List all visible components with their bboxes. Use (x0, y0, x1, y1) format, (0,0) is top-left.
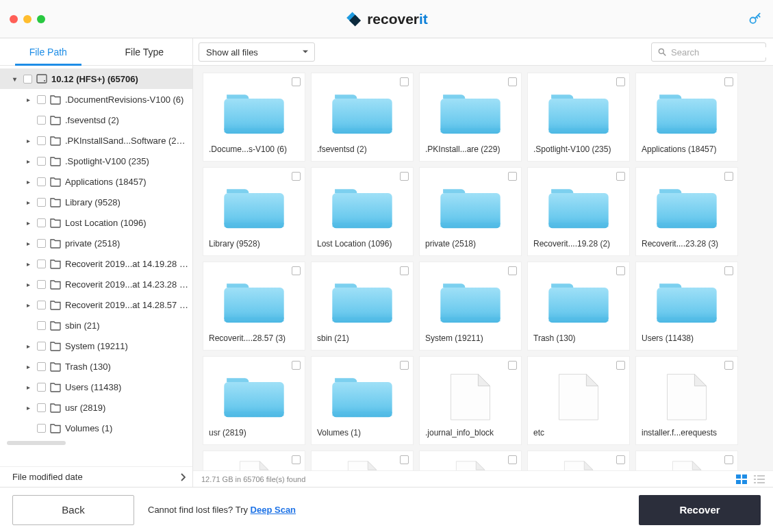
tree-item[interactable]: ▸Users (11438) (0, 377, 192, 397)
tree-checkbox[interactable] (37, 198, 46, 207)
recover-button[interactable]: Recover (639, 495, 761, 525)
folder-card[interactable]: .PKInstall...are (229) (419, 73, 522, 162)
tree-item[interactable]: ▸.DocumentRevisions-V100 (6) (0, 89, 192, 110)
chevron-right-icon[interactable]: ▸ (23, 199, 33, 206)
card-checkbox[interactable] (508, 266, 517, 275)
tree-item[interactable]: ▸Recoverit 2019...at 14.23.28 (3) (0, 274, 192, 294)
zoom-window-button[interactable] (37, 15, 45, 23)
tree-item[interactable]: ▸Recoverit 2019...at 14.19.28 (2) (0, 253, 192, 274)
tree-checkbox[interactable] (37, 280, 46, 289)
card-checkbox[interactable] (508, 361, 517, 370)
license-key-icon[interactable] (748, 12, 762, 26)
chevron-right-icon[interactable]: ▸ (23, 383, 33, 391)
tree-checkbox[interactable] (37, 157, 46, 166)
tab-file-path[interactable]: File Path (0, 38, 97, 65)
chevron-right-icon[interactable]: ▸ (23, 219, 33, 227)
card-checkbox[interactable] (508, 172, 517, 181)
tree-checkbox[interactable] (37, 136, 46, 145)
tree-item[interactable]: ▸sbin (21) (0, 315, 192, 335)
card-checkbox[interactable] (616, 361, 625, 370)
tree-item[interactable]: ▸.Spotlight-V100 (235) (0, 151, 192, 171)
folder-card[interactable]: System (19211) (419, 262, 522, 351)
tree-item[interactable]: ▸System (19211) (0, 335, 192, 356)
card-checkbox[interactable] (292, 77, 301, 86)
tree-checkbox[interactable] (37, 218, 46, 227)
tree-checkbox[interactable] (37, 424, 46, 433)
tree-item[interactable]: ▸Lost Location (1096) (0, 212, 192, 233)
chevron-right-icon[interactable]: ▸ (23, 363, 33, 370)
chevron-right-icon[interactable]: ▸ (23, 404, 33, 411)
folder-card[interactable]: Lost Location (1096) (311, 167, 414, 256)
minimize-window-button[interactable] (23, 15, 31, 23)
card-checkbox[interactable] (724, 455, 733, 464)
card-checkbox[interactable] (724, 77, 733, 86)
chevron-right-icon[interactable]: ▸ (23, 96, 33, 103)
file-card[interactable]: etc (527, 356, 630, 445)
folder-card[interactable]: Trash (130) (527, 262, 630, 351)
file-tree[interactable]: ▾ 10.12 (HFS+) (65706) ▸.DocumentRevisio… (0, 66, 192, 466)
file-card[interactable] (635, 451, 738, 470)
chevron-right-icon[interactable]: ▸ (23, 137, 33, 144)
back-button[interactable]: Back (12, 495, 134, 525)
chevron-right-icon[interactable]: ▸ (23, 281, 33, 288)
tree-item[interactable]: ▸Applications (18457) (0, 171, 192, 192)
folder-card[interactable]: Recoverit....28.57 (3) (203, 262, 305, 351)
list-view-icon[interactable] (754, 474, 765, 484)
file-card[interactable] (527, 451, 630, 470)
chevron-right-icon[interactable]: ▸ (23, 260, 33, 268)
tree-checkbox[interactable] (23, 75, 32, 84)
tree-root[interactable]: ▾ 10.12 (HFS+) (65706) (0, 68, 192, 89)
horizontal-scrollbar[interactable] (7, 441, 66, 445)
tree-checkbox[interactable] (37, 95, 46, 104)
tree-checkbox[interactable] (37, 259, 46, 268)
file-card[interactable] (203, 451, 305, 470)
tree-item[interactable]: ▸Trash (130) (0, 356, 192, 377)
card-checkbox[interactable] (508, 77, 517, 86)
tree-checkbox[interactable] (37, 362, 46, 371)
card-checkbox[interactable] (400, 172, 409, 181)
tree-checkbox[interactable] (37, 383, 46, 392)
file-card[interactable]: .journal_info_block (419, 356, 522, 445)
folder-card[interactable]: Applications (18457) (635, 73, 738, 162)
tree-item[interactable]: ▸Library (9528) (0, 192, 192, 212)
folder-card[interactable]: Users (11438) (635, 262, 738, 351)
card-checkbox[interactable] (616, 266, 625, 275)
tab-file-type[interactable]: File Type (97, 38, 193, 65)
chevron-right-icon[interactable]: ▸ (23, 157, 33, 165)
file-grid[interactable]: .Docume...s-V100 (6).fseventsd (2).PKIns… (193, 66, 773, 470)
folder-card[interactable]: .Docume...s-V100 (6) (203, 73, 305, 162)
card-checkbox[interactable] (292, 266, 301, 275)
tree-checkbox[interactable] (37, 116, 46, 125)
tree-item[interactable]: ▸usr (2819) (0, 397, 192, 418)
card-checkbox[interactable] (616, 77, 625, 86)
tree-checkbox[interactable] (37, 342, 46, 351)
card-checkbox[interactable] (616, 455, 625, 464)
tree-item[interactable]: ▸.fseventsd (2) (0, 110, 192, 130)
folder-card[interactable]: usr (2819) (203, 356, 305, 445)
grid-view-icon[interactable] (736, 474, 747, 484)
folder-card[interactable]: .fseventsd (2) (311, 73, 414, 162)
tree-item[interactable]: ▸private (2518) (0, 233, 192, 253)
search-box[interactable] (651, 42, 766, 62)
tree-checkbox[interactable] (37, 403, 46, 412)
filter-select[interactable]: Show all files (199, 42, 315, 62)
card-checkbox[interactable] (724, 172, 733, 181)
file-card[interactable] (419, 451, 522, 470)
card-checkbox[interactable] (292, 172, 301, 181)
folder-card[interactable]: sbin (21) (311, 262, 414, 351)
folder-card[interactable]: Library (9528) (203, 167, 305, 256)
folder-card[interactable]: Recoverit....19.28 (2) (527, 167, 630, 256)
card-checkbox[interactable] (292, 455, 301, 464)
card-checkbox[interactable] (724, 361, 733, 370)
card-checkbox[interactable] (400, 455, 409, 464)
close-window-button[interactable] (10, 15, 18, 23)
folder-card[interactable]: Volumes (1) (311, 356, 414, 445)
chevron-down-icon[interactable]: ▾ (10, 75, 19, 83)
deep-scan-link[interactable]: Deep Scan (251, 505, 296, 515)
tree-checkbox[interactable] (37, 301, 46, 309)
tree-item[interactable]: ▸Volumes (1) (0, 418, 192, 438)
tree-checkbox[interactable] (37, 321, 46, 330)
tree-checkbox[interactable] (37, 177, 46, 186)
folder-card[interactable]: Recoverit....23.28 (3) (635, 167, 738, 256)
sidebar-footer-button[interactable]: File modified date (0, 466, 192, 487)
